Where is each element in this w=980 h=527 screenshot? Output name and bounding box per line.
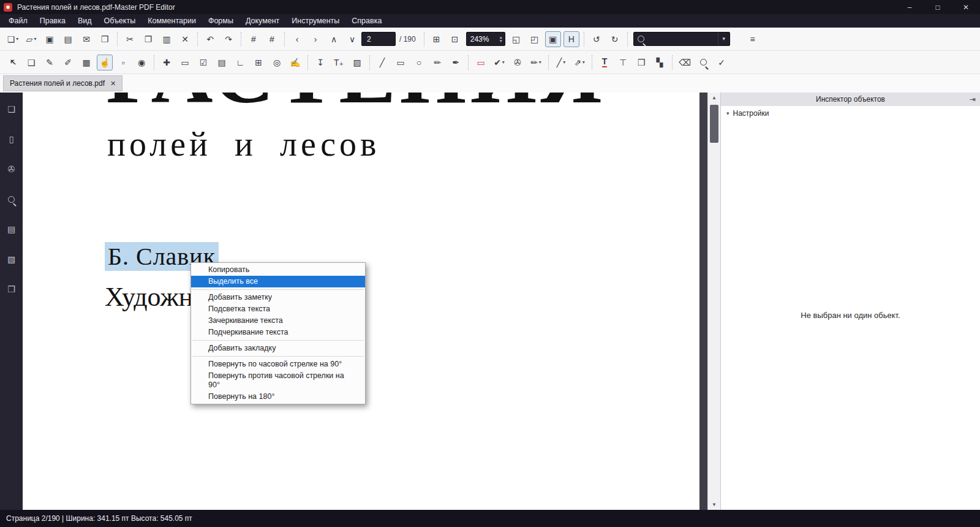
rotate-ccw-button[interactable]: ↺ [589, 31, 605, 47]
measure-tool[interactable]: ∟ [232, 55, 248, 70]
previous-view-button[interactable]: ∧ [326, 31, 342, 47]
settings-section-header[interactable]: ▾ Настройки [721, 106, 980, 121]
tab-close-icon[interactable]: ✕ [110, 80, 116, 88]
menu-file[interactable]: Файл [2, 14, 34, 28]
pencil-tool[interactable]: ✏ [429, 55, 445, 70]
layers-panel-button[interactable]: ❒ [4, 281, 20, 297]
validate-tool[interactable]: ✓ [714, 55, 729, 70]
grid-button[interactable]: # [246, 31, 262, 47]
context-underline-text[interactable]: Подчеркивание текста [191, 327, 365, 338]
context-select-all[interactable]: Выделить все [191, 276, 365, 287]
line-tool[interactable]: ╱ [374, 55, 390, 70]
snap-to-grid-button[interactable]: # [264, 31, 280, 47]
rectangle-tool[interactable]: ▭ [393, 55, 409, 70]
menu-document[interactable]: Документ [239, 14, 285, 28]
marked-area-tool[interactable]: ▭ [473, 55, 489, 70]
document-tab[interactable]: Растения полей и лесов.pdf ✕ [3, 75, 123, 91]
check-annotation-tool[interactable]: ☑ [195, 55, 211, 70]
ellipse-tool[interactable]: ○ [411, 55, 427, 70]
insert-pages-tool[interactable]: ❒ [633, 55, 649, 70]
stamp-tool[interactable]: ▤ [214, 55, 230, 70]
new-document-button[interactable]: ❏▾ [5, 31, 21, 47]
hand-mode-button[interactable]: H [564, 31, 579, 47]
page-preview-button[interactable]: ⊞ [429, 31, 445, 47]
search-input[interactable] [648, 35, 718, 44]
zoom-area-tool[interactable] [695, 55, 711, 70]
edit-object-tool[interactable]: ✐ [60, 55, 76, 70]
form-field-tool[interactable]: ⊞ [251, 55, 266, 70]
fit-width-button[interactable]: ◰ [527, 31, 543, 47]
email-button[interactable]: ✉ [78, 31, 94, 47]
context-rotate-180[interactable]: Повернуть на 180° [191, 391, 365, 403]
fit-page-button[interactable]: ▣ [545, 31, 561, 47]
redo-button[interactable]: ↷ [221, 31, 236, 47]
sticky-note-tool[interactable]: ✚ [159, 55, 175, 70]
scrollbar-thumb[interactable] [710, 105, 718, 143]
close-button[interactable]: ✕ [952, 0, 980, 14]
menu-edit[interactable]: Правка [34, 14, 72, 28]
polyline-tool[interactable]: ╱▾ [553, 55, 569, 70]
next-page-button[interactable]: › [307, 31, 323, 47]
highlighter-tool[interactable]: ✏▾ [528, 55, 544, 70]
text-annotation-tool[interactable]: ▭ [177, 55, 193, 70]
document-area[interactable]: РАСТЕНИЯ полей и лесов Б. Славик Художн … [23, 93, 707, 510]
eraser-tool[interactable]: ⌫ [677, 55, 693, 70]
cut-button[interactable]: ✂ [122, 31, 138, 47]
scrollbar-up-icon[interactable]: ▲ [708, 93, 720, 103]
rotate-cw-button[interactable]: ↻ [607, 31, 623, 47]
open-file-button[interactable]: ▱▾ [23, 31, 39, 47]
copy-button[interactable]: ❐ [140, 31, 156, 47]
fit-window-button[interactable]: ◱ [508, 31, 524, 47]
ink-tool[interactable]: ✒ [448, 55, 464, 70]
snapshot-tool[interactable]: ◉ [134, 55, 149, 70]
context-highlight-text[interactable]: Подсветка текста [191, 303, 365, 315]
signature-tool[interactable]: ✍ [287, 55, 303, 70]
toolbar-options-button[interactable]: ≡ [745, 31, 761, 47]
attachments-panel-button[interactable]: ✇ [4, 161, 20, 177]
minimize-button[interactable]: – [895, 0, 924, 14]
add-image-tool[interactable]: ▨ [349, 55, 365, 70]
edit-forms-tool[interactable]: ▦ [78, 55, 94, 70]
crop-page-button[interactable]: ⊡ [447, 31, 463, 47]
menu-view[interactable]: Вид [72, 14, 98, 28]
arrange-pages-tool[interactable]: ▚ [652, 55, 668, 70]
radio-button-tool[interactable]: ◎ [269, 55, 285, 70]
next-view-button[interactable]: ∨ [344, 31, 360, 47]
menu-objects[interactable]: Объекты [98, 14, 142, 28]
search-box[interactable]: ▼ [633, 32, 730, 46]
vertical-scrollbar[interactable]: ▲ ▼ [707, 93, 720, 510]
checkmark-tool[interactable]: ✔▾ [491, 55, 507, 70]
menu-help[interactable]: Справка [345, 14, 388, 28]
maximize-button[interactable]: □ [924, 0, 952, 14]
menu-tools[interactable]: Инструменты [285, 14, 345, 28]
undo-button[interactable]: ↶ [202, 31, 218, 47]
context-rotate-cw-90[interactable]: Повернуть по часовой стрелке на 90° [191, 358, 365, 370]
typewriter-tool[interactable]: ⊤ [615, 55, 631, 70]
bookmarks-panel-button[interactable]: ▯ [4, 131, 20, 147]
menu-forms[interactable]: Формы [202, 14, 239, 28]
zoom-select[interactable]: 243% ▲▼ [466, 32, 505, 46]
context-copy[interactable]: Копировать [191, 264, 365, 276]
arrow-tool[interactable]: ⇗▾ [571, 55, 587, 70]
scrollbar-track[interactable] [708, 103, 720, 499]
form-fields-panel-button[interactable]: ▤ [4, 221, 20, 237]
add-text-tool[interactable]: T₊ [331, 55, 347, 70]
context-rotate-ccw-90[interactable]: Повернуть против часовой стрелки на 90° [191, 370, 365, 391]
select-area-tool[interactable]: ▫ [115, 55, 131, 70]
select-tool[interactable]: ➔ [5, 55, 21, 70]
zoom-spinner[interactable]: ▲▼ [499, 36, 505, 43]
print-button[interactable]: ❒ [97, 31, 113, 47]
search-dropdown-icon[interactable]: ▼ [718, 32, 729, 45]
edit-text-tool[interactable]: ✎ [42, 55, 58, 70]
context-add-bookmark[interactable]: Добавить закладку [191, 343, 365, 354]
save-as-button[interactable]: ▤ [60, 31, 76, 47]
context-add-note[interactable]: Добавить заметку [191, 292, 365, 303]
hand-tool[interactable]: ☝ [97, 55, 113, 70]
paste-button[interactable]: ▥ [159, 31, 175, 47]
properties-panel-button[interactable]: ▧ [4, 251, 20, 267]
arrange-text-tool[interactable]: ↧ [312, 55, 328, 70]
highlight-text-tool[interactable]: T [597, 55, 612, 70]
panel-pin-icon[interactable]: ⇥ [970, 93, 976, 106]
pages-panel-button[interactable]: ❑ [4, 101, 20, 117]
attachment-tool[interactable]: ✇ [510, 55, 526, 70]
